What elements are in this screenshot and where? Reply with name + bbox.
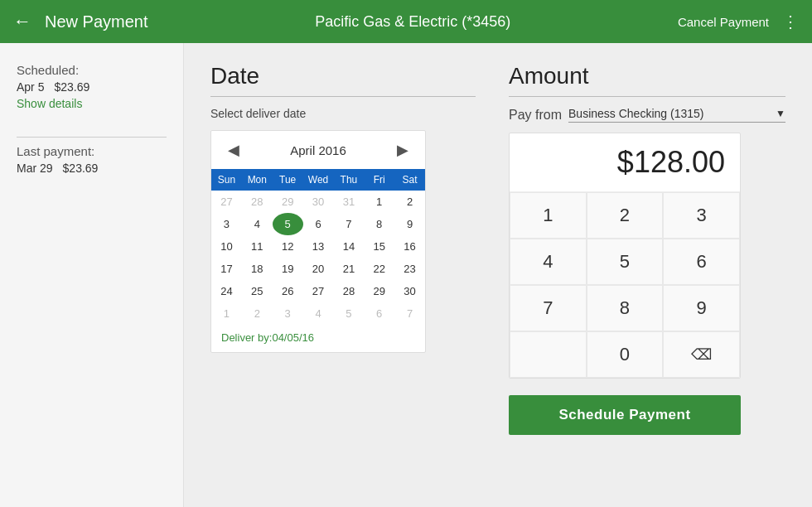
calendar-day[interactable]: 4 [303,302,334,325]
weekday-mon: Mon [242,169,273,191]
calendar-day[interactable]: 2 [242,302,273,325]
calendar-header: ◀ April 2016 ▶ [211,131,425,169]
calendar-day[interactable]: 13 [303,235,334,258]
calendar-day[interactable]: 29 [273,191,303,213]
deliver-by: Deliver by:04/05/16 [211,325,425,352]
weekday-wed: Wed [303,169,334,191]
calendar-day[interactable]: 9 [394,213,425,235]
schedule-button-row: Schedule Payment [509,395,785,435]
numpad-7[interactable]: 7 [510,285,587,331]
calendar-day[interactable]: 30 [394,280,425,302]
scheduled-date: Apr 5 [17,80,44,94]
numpad-9[interactable]: 9 [663,285,740,331]
calendar-day[interactable]: 16 [394,235,425,258]
cancel-payment-button[interactable]: Cancel Payment [678,15,769,29]
calendar-day[interactable]: 12 [273,235,303,258]
calendar-day[interactable]: 23 [394,258,425,280]
calendar-day[interactable]: 27 [211,191,242,213]
calendar-day[interactable]: 17 [211,258,242,280]
calendar-day[interactable]: 14 [333,235,364,258]
calendar-day[interactable]: 31 [333,191,364,213]
calendar-day[interactable]: 3 [273,302,303,325]
calendar-day[interactable]: 6 [364,302,394,325]
calendar-day[interactable]: 30 [303,191,334,213]
calendar-day[interactable]: 28 [242,191,273,213]
calendar-day[interactable]: 1 [364,191,394,213]
numpad-3[interactable]: 3 [663,192,740,239]
next-month-button[interactable]: ▶ [390,139,415,161]
scheduled-section: Scheduled: Apr 5 $23.69 Show details [17,63,167,110]
calendar-day[interactable]: 21 [333,258,364,280]
more-options-icon[interactable]: ⋮ [782,12,799,31]
pay-from-label: Pay from [509,108,562,123]
weekday-sun: Sun [211,169,242,191]
calendar-week-row: 272829303112 [211,191,425,213]
calendar-day[interactable]: 10 [211,235,242,258]
calendar-day[interactable]: 27 [303,280,334,302]
schedule-payment-button[interactable]: Schedule Payment [509,395,741,435]
last-payment-amount: $23.69 [63,162,99,175]
numpad-1[interactable]: 1 [510,192,587,239]
calendar-week-row: 10111213141516 [211,235,425,258]
numpad-6[interactable]: 6 [663,239,740,285]
calendar-day[interactable]: 25 [242,280,273,302]
calendar-day[interactable]: 2 [394,191,425,213]
calendar-week-row: 1234567 [211,302,425,325]
back-button[interactable]: ← [13,11,31,32]
amount-title: Amount [509,63,785,89]
last-payment-date: Mar 29 [17,162,53,175]
weekday-fri: Fri [364,169,394,191]
weekday-thu: Thu [333,169,364,191]
show-details-link[interactable]: Show details [17,97,167,110]
scheduled-amount: $23.69 [54,80,89,94]
calendar-day[interactable]: 18 [242,258,273,280]
calendar-day[interactable]: 6 [303,213,334,235]
calendar-day[interactable]: 1 [211,302,242,325]
calendar-day[interactable]: 7 [394,302,425,325]
prev-month-button[interactable]: ◀ [221,139,246,161]
calendar-day[interactable]: 28 [333,280,364,302]
calendar-day[interactable]: 5 [333,302,364,325]
calendar-day[interactable]: 20 [303,258,334,280]
calendar-day[interactable]: 19 [273,258,303,280]
header-actions: Cancel Payment ⋮ [678,12,799,31]
numpad-backspace[interactable]: ⌫ [663,331,740,378]
account-dropdown[interactable]: Business Checking (1315) ▼ [568,107,785,123]
numpad-4[interactable]: 4 [510,239,587,285]
numpad-5[interactable]: 5 [587,239,664,285]
amount-section: Amount Pay from Business Checking (1315)… [509,63,785,487]
calendar-day[interactable]: 29 [364,280,394,302]
calendar-day[interactable]: 5 [273,213,303,235]
calendar-day[interactable]: 8 [364,213,394,235]
weekday-tue: Tue [273,169,303,191]
calendar-day[interactable]: 15 [364,235,394,258]
calendar-week-row: 17181920212223 [211,258,425,280]
date-section: Date Select deliver date ◀ April 2016 ▶ … [210,63,476,487]
header: ← New Payment Pacific Gas & Electric (*3… [0,0,812,43]
numpad-container: $128.00 1 2 3 4 5 6 7 8 9 0 ⌫ [509,133,741,379]
last-payment-row: Mar 29 $23.69 [17,162,167,175]
numpad-2[interactable]: 2 [587,192,664,239]
account-value: Business Checking (1315) [568,107,776,120]
weekday-sat: Sat [394,169,425,191]
scheduled-label: Scheduled: [17,63,167,77]
date-title: Date [210,63,476,89]
calendar-grid: Sun Mon Tue Wed Thu Fri Sat 272829303112… [211,169,425,325]
calendar-day[interactable]: 26 [273,280,303,302]
calendar-day[interactable]: 22 [364,258,394,280]
calendar-day[interactable]: 3 [211,213,242,235]
sidebar-divider [17,137,167,138]
calendar-day[interactable]: 4 [242,213,273,235]
dropdown-arrow-icon: ▼ [776,108,785,119]
date-divider [210,96,476,97]
calendar-day[interactable]: 7 [333,213,364,235]
numpad-0[interactable]: 0 [587,331,664,378]
numpad-grid: 1 2 3 4 5 6 7 8 9 0 ⌫ [510,192,740,378]
calendar-weekday-row: Sun Mon Tue Wed Thu Fri Sat [211,169,425,191]
amount-divider [509,96,785,97]
calendar: ◀ April 2016 ▶ Sun Mon Tue Wed Thu Fri S [210,130,426,353]
calendar-day[interactable]: 24 [211,280,242,302]
payee-title: Pacific Gas & Electric (*3456) [148,13,678,31]
numpad-8[interactable]: 8 [587,285,664,331]
calendar-day[interactable]: 11 [242,235,273,258]
